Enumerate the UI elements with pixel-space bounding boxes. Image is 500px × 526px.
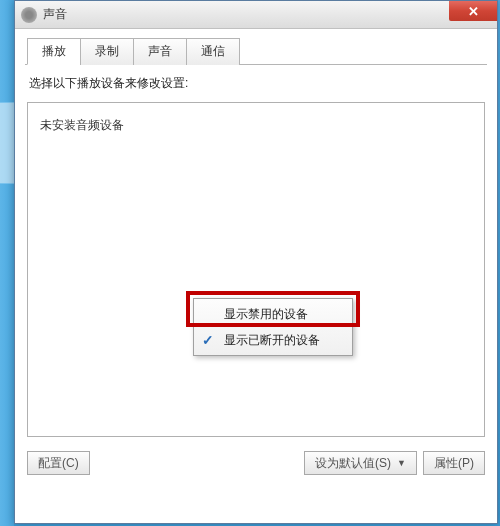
context-menu: 显示禁用的设备 ✓ 显示已断开的设备 [193, 298, 353, 356]
button-label: 配置(C) [38, 455, 79, 472]
titlebar: 声音 ✕ [15, 1, 497, 29]
tab-communications[interactable]: 通信 [186, 38, 240, 65]
button-group-right: 设为默认值(S) ▼ 属性(P) [304, 451, 485, 475]
properties-button[interactable]: 属性(P) [423, 451, 485, 475]
tab-recording[interactable]: 录制 [80, 38, 134, 65]
button-label: 设为默认值(S) [315, 455, 391, 472]
menu-show-disconnected[interactable]: ✓ 显示已断开的设备 [196, 327, 350, 353]
button-bar: 配置(C) 设为默认值(S) ▼ 属性(P) [25, 451, 487, 475]
tab-sounds[interactable]: 声音 [133, 38, 187, 65]
desktop-strip [0, 0, 14, 526]
tab-label: 通信 [201, 44, 225, 58]
app-icon [21, 7, 37, 23]
check-icon: ✓ [202, 332, 214, 348]
dialog-content: 播放 录制 声音 通信 选择以下播放设备来修改设置: 未安装音频设备 显示禁用的… [15, 29, 497, 485]
instruction-text: 选择以下播放设备来修改设置: [29, 75, 483, 92]
tab-label: 播放 [42, 44, 66, 58]
configure-button[interactable]: 配置(C) [27, 451, 90, 475]
close-button[interactable]: ✕ [449, 1, 497, 21]
tab-label: 录制 [95, 44, 119, 58]
tab-playback[interactable]: 播放 [27, 38, 81, 65]
menu-item-label: 显示已断开的设备 [224, 332, 320, 349]
tab-bar: 播放 录制 声音 通信 [25, 37, 487, 65]
menu-show-disabled[interactable]: 显示禁用的设备 [196, 301, 350, 327]
window-title: 声音 [43, 6, 67, 23]
sound-dialog: 声音 ✕ 播放 录制 声音 通信 选择以下播放设备来修改设置: 未安装音频设备 … [14, 0, 498, 524]
button-label: 属性(P) [434, 455, 474, 472]
menu-item-label: 显示禁用的设备 [224, 306, 308, 323]
device-list[interactable]: 未安装音频设备 显示禁用的设备 ✓ 显示已断开的设备 [27, 102, 485, 437]
tab-label: 声音 [148, 44, 172, 58]
chevron-down-icon: ▼ [397, 458, 406, 468]
close-icon: ✕ [468, 4, 479, 19]
no-device-message: 未安装音频设备 [28, 103, 484, 148]
set-default-button[interactable]: 设为默认值(S) ▼ [304, 451, 417, 475]
